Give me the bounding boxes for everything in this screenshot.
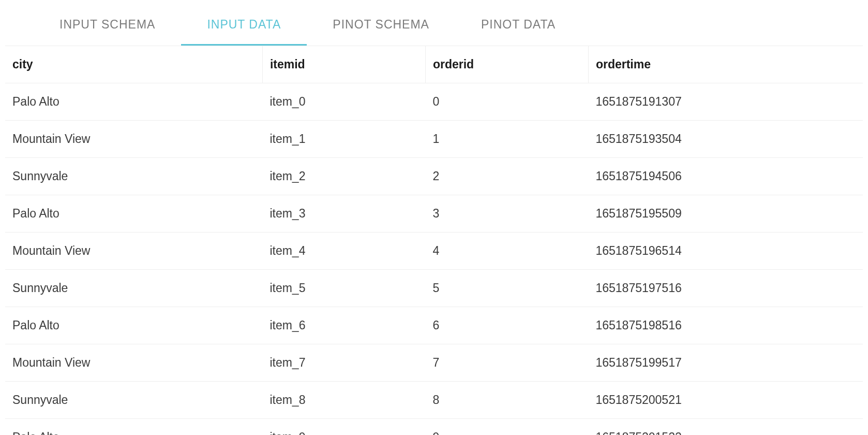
cell-city: Sunnyvale xyxy=(5,270,262,307)
cell-city: Palo Alto xyxy=(5,419,262,436)
cell-orderid: 0 xyxy=(425,83,588,121)
page-container: INPUT SCHEMA INPUT DATA PINOT SCHEMA PIN… xyxy=(0,0,868,435)
cell-ordertime: 1651875193504 xyxy=(588,121,863,158)
cell-ordertime: 1651875200521 xyxy=(588,382,863,419)
cell-ordertime: 1651875199517 xyxy=(588,344,863,382)
cell-orderid: 1 xyxy=(425,121,588,158)
cell-city: Sunnyvale xyxy=(5,158,262,195)
cell-orderid: 6 xyxy=(425,307,588,344)
cell-city: Mountain View xyxy=(5,344,262,382)
cell-itemid: item_5 xyxy=(262,270,425,307)
cell-city: Sunnyvale xyxy=(5,382,262,419)
cell-orderid: 7 xyxy=(425,344,588,382)
cell-city: Mountain View xyxy=(5,121,262,158)
table-header-row: city itemid orderid ordertime xyxy=(5,46,863,83)
cell-orderid: 9 xyxy=(425,419,588,436)
data-table: city itemid orderid ordertime Palo Alto … xyxy=(5,46,863,435)
tab-input-data[interactable]: INPUT DATA xyxy=(181,5,307,46)
table-row: Palo Alto item_6 6 1651875198516 xyxy=(5,307,863,344)
cell-orderid: 5 xyxy=(425,270,588,307)
cell-ordertime: 1651875197516 xyxy=(588,270,863,307)
cell-city: Palo Alto xyxy=(5,83,262,121)
tab-pinot-schema[interactable]: PINOT SCHEMA xyxy=(307,5,455,46)
table-row: Mountain View item_4 4 1651875196514 xyxy=(5,233,863,270)
cell-itemid: item_6 xyxy=(262,307,425,344)
cell-ordertime: 1651875198516 xyxy=(588,307,863,344)
cell-itemid: item_8 xyxy=(262,382,425,419)
cell-itemid: item_4 xyxy=(262,233,425,270)
tab-input-schema[interactable]: INPUT SCHEMA xyxy=(34,5,181,46)
table-row: Mountain View item_1 1 1651875193504 xyxy=(5,121,863,158)
tab-bar: INPUT SCHEMA INPUT DATA PINOT SCHEMA PIN… xyxy=(5,5,863,46)
table-row: Palo Alto item_3 3 1651875195509 xyxy=(5,195,863,233)
tab-pinot-data[interactable]: PINOT DATA xyxy=(455,5,581,46)
cell-ordertime: 1651875191307 xyxy=(588,83,863,121)
cell-orderid: 2 xyxy=(425,158,588,195)
table-row: Sunnyvale item_5 5 1651875197516 xyxy=(5,270,863,307)
table-row: Palo Alto item_9 9 1651875201522 xyxy=(5,419,863,436)
column-header-ordertime[interactable]: ordertime xyxy=(588,46,863,83)
cell-itemid: item_3 xyxy=(262,195,425,233)
cell-ordertime: 1651875201522 xyxy=(588,419,863,436)
cell-orderid: 8 xyxy=(425,382,588,419)
cell-city: Palo Alto xyxy=(5,195,262,233)
column-header-itemid[interactable]: itemid xyxy=(262,46,425,83)
cell-orderid: 3 xyxy=(425,195,588,233)
column-header-city[interactable]: city xyxy=(5,46,262,83)
cell-ordertime: 1651875195509 xyxy=(588,195,863,233)
table-row: Sunnyvale item_8 8 1651875200521 xyxy=(5,382,863,419)
cell-ordertime: 1651875194506 xyxy=(588,158,863,195)
cell-itemid: item_1 xyxy=(262,121,425,158)
table-row: Sunnyvale item_2 2 1651875194506 xyxy=(5,158,863,195)
cell-city: Palo Alto xyxy=(5,307,262,344)
cell-itemid: item_7 xyxy=(262,344,425,382)
column-header-orderid[interactable]: orderid xyxy=(425,46,588,83)
cell-orderid: 4 xyxy=(425,233,588,270)
table-row: Mountain View item_7 7 1651875199517 xyxy=(5,344,863,382)
cell-itemid: item_2 xyxy=(262,158,425,195)
cell-ordertime: 1651875196514 xyxy=(588,233,863,270)
cell-itemid: item_0 xyxy=(262,83,425,121)
cell-itemid: item_9 xyxy=(262,419,425,436)
table-row: Palo Alto item_0 0 1651875191307 xyxy=(5,83,863,121)
cell-city: Mountain View xyxy=(5,233,262,270)
